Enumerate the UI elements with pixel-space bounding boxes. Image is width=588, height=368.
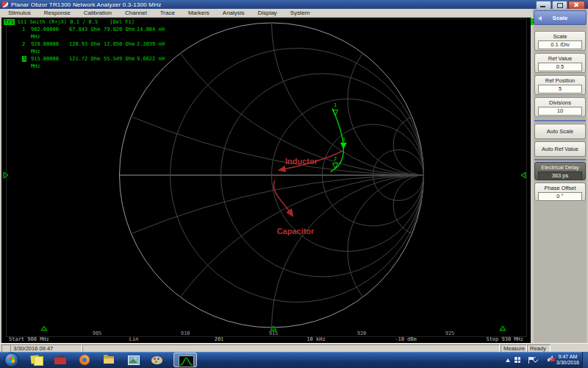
marker-inductance: 2.2039 nH [137, 40, 165, 55]
clock-time: 9:47 AM [556, 354, 579, 360]
menu-item-channel[interactable]: Channel [119, 10, 153, 16]
menu-item-trace[interactable]: Trace [154, 10, 181, 16]
trace-format-label: S11 Smith (R+jX) 0.1 / 0.5 [18, 19, 98, 25]
softkey-sidebar: Scale Scale 0.1 /Div Ref Value 0.5 Ref P… [534, 9, 587, 343]
separator [534, 159, 586, 160]
trace-header[interactable]: Tr1S11 Smith (R+jX) 0.1 / 0.5[Del F1] [1, 18, 340, 26]
menu-item-response[interactable]: Response [38, 10, 76, 16]
marker-frequency: 902.00000 MHz [31, 26, 69, 40]
menu-item-analysis[interactable]: Analysis [217, 10, 251, 16]
ref-position-right-icon [521, 172, 526, 178]
ref-position-value: 5 [538, 85, 582, 93]
maximize-icon [557, 3, 563, 8]
freq-tick-920: 920 [353, 330, 370, 336]
svg-text:2: 2 [334, 156, 337, 162]
marker-inductance: 14.084 nH [137, 26, 165, 40]
network-analyzer-icon [179, 355, 194, 367]
softkey-menu-header[interactable]: Scale [534, 10, 587, 25]
clock-date: 3/30/2016 [556, 360, 579, 366]
window-title: Planar Obzor TR1300 Network Analyzer 0.3… [11, 1, 161, 8]
marker-frequency: 928.00000 MHz [31, 40, 69, 55]
hidden-icons-button[interactable] [506, 358, 510, 362]
toolbox-taskbar-button[interactable] [49, 353, 71, 367]
ref-position-button[interactable]: Ref Position 5 [534, 75, 586, 95]
separator [534, 120, 586, 121]
electrical-delay-button[interactable]: Electrical Delay 363 ps [534, 162, 586, 180]
menu-item-calibration[interactable]: Calibration [78, 10, 118, 16]
start-button[interactable] [4, 353, 19, 367]
status-bar: 3/30/2016 09:47 Measure Ready [0, 343, 588, 352]
marker-reactance: 79.820 Ohm [104, 26, 137, 40]
menu-item-stimulus[interactable]: Stimulus [2, 10, 37, 16]
image-viewer-taskbar-button[interactable] [122, 353, 144, 367]
auto-ref-value-button[interactable]: Auto Ref Value [534, 141, 586, 157]
stimulus-sweep-type[interactable]: Lin [112, 336, 156, 342]
smith-chart-plot-area: 132 Tr1S11 Smith (R+jX) 0.1 / 0.5[Del F1… [1, 18, 531, 343]
marker-reactance: 55.549 Ohm [104, 55, 137, 70]
scale-value: 0.1 /Div [538, 40, 582, 49]
stimulus-start[interactable]: Start 900 MHz [9, 336, 49, 342]
taskbar: 9:47 AM 3/30/2016 [0, 352, 588, 368]
freq-tick-910: 910 [176, 330, 194, 336]
marker-row-active: 3915.00000 MHz121.72 Ohm55.549 Ohm9.6622… [1, 55, 340, 70]
scale-button[interactable]: Scale 0.1 /Div [534, 31, 586, 51]
divisions-button[interactable]: Divisions 10 [534, 97, 586, 117]
electrical-delay-value: 363 ps [538, 171, 582, 180]
auto-scale-button[interactable]: Auto Scale [534, 124, 586, 139]
network-analyzer-taskbar-button[interactable] [173, 353, 197, 367]
menu-item-display[interactable]: Display [252, 10, 283, 16]
menu-bar: Stimulus Response Calibration Channel Tr… [0, 9, 532, 18]
marker-reactance: 12.850 Ohm [104, 40, 137, 55]
divisions-value: 10 [538, 107, 582, 116]
back-arrow-icon [538, 16, 542, 21]
phase-offset-button[interactable]: Phase Offset 0 ° [534, 183, 586, 201]
trace-badge: Tr1 [4, 19, 15, 25]
stimulus-if-bandwidth[interactable]: 10 kHz [294, 336, 338, 342]
ref-value-button[interactable]: Ref Value 0.5 [534, 53, 586, 73]
marker-number: 3 [22, 55, 31, 70]
windows-update-tray-icon[interactable] [514, 357, 520, 363]
title-bar: Planar Obzor TR1300 Network Analyzer 0.3… [0, 0, 588, 9]
menu-item-system[interactable]: System [284, 10, 316, 16]
ref-value-value: 0.5 [538, 63, 582, 71]
chevron-up-icon [506, 358, 510, 362]
svg-text:1: 1 [334, 102, 337, 108]
marker-number: 1 [22, 26, 31, 40]
marker-resistance: 120.93 Ohm [69, 40, 104, 55]
marker-row: 2928.00000 MHz120.93 Ohm12.850 Ohm2.2039… [1, 40, 340, 55]
softkey-menu-title: Scale [553, 15, 568, 21]
trace-state-label: [Del F1] [110, 19, 135, 25]
volume-muted-icon[interactable] [548, 357, 550, 360]
svg-text:3: 3 [342, 137, 345, 143]
ref-position-left-icon [4, 172, 8, 178]
freq-tick-925: 925 [441, 330, 459, 336]
file-manager-taskbar-button[interactable] [98, 353, 120, 367]
marker-resistance: 121.72 Ohm [69, 55, 104, 70]
stimulus-bar: Start 900 MHz Lin 201 10 kHz -10 dBm Sto… [1, 336, 531, 343]
marker-row: 1902.00000 MHz67.843 Ohm79.820 Ohm14.084… [1, 26, 340, 40]
marker-inductance: 9.6622 nH [137, 55, 165, 70]
sync-tray-icon[interactable] [533, 357, 538, 362]
stimulus-points[interactable]: 201 [197, 336, 241, 342]
firefox-taskbar-button[interactable] [74, 353, 96, 367]
marker-number: 2 [22, 40, 31, 55]
stimulus-power[interactable]: -10 dBm [384, 336, 428, 342]
windows-logo-icon [8, 356, 15, 363]
app-icon [2, 1, 8, 7]
minimize-icon [540, 6, 545, 7]
paint-taskbar-button[interactable] [146, 353, 168, 367]
trace-status-panel: Tr1S11 Smith (R+jX) 0.1 / 0.5[Del F1] 19… [1, 18, 340, 70]
action-center-flag-icon[interactable] [528, 357, 529, 364]
sticky-notes-taskbar-button[interactable] [25, 353, 47, 367]
freq-tick-915: 915 [265, 330, 282, 336]
menu-item-markers[interactable]: Markers [182, 10, 215, 16]
capacitor-arrow [273, 180, 293, 216]
show-desktop-button[interactable] [582, 352, 588, 368]
taskbar-clock[interactable]: 9:47 AM 3/30/2016 [556, 354, 579, 366]
marker-resistance: 67.843 Ohm [69, 26, 104, 40]
marker-frequency: 915.00000 MHz [31, 55, 69, 70]
stimulus-stop[interactable]: Stop 930 MHz [486, 336, 523, 342]
phase-offset-value: 0 ° [538, 192, 582, 201]
freq-tick-905: 905 [88, 330, 106, 336]
